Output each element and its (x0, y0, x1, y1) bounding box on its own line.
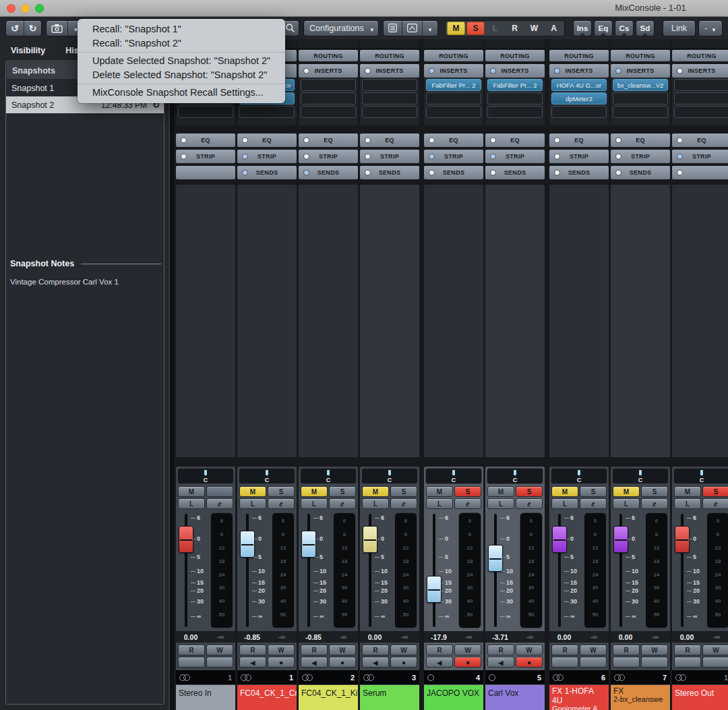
monitor-button[interactable] (674, 657, 701, 668)
link-mode-dropdown[interactable]: - (698, 20, 723, 36)
eq-led[interactable] (303, 138, 309, 144)
eq-header[interactable]: EQ (611, 134, 670, 147)
strip-header[interactable]: STRIP (424, 150, 483, 163)
fader-cap[interactable] (552, 526, 567, 553)
insert-slot[interactable] (301, 106, 356, 118)
insert-slot[interactable] (426, 92, 481, 105)
insert-slot[interactable] (551, 106, 607, 118)
mute-button[interactable]: M (178, 486, 205, 497)
insert-slot[interactable] (362, 106, 417, 118)
sends-led[interactable] (554, 170, 560, 176)
strip-header[interactable]: STRIP (672, 150, 728, 163)
fader-value[interactable]: -0.85 (299, 633, 328, 641)
channel-name[interactable]: FC04_CK_1_Ki (299, 685, 358, 710)
insert-slot[interactable] (487, 106, 543, 118)
rack-tab-sd[interactable]: Sd (636, 20, 655, 36)
zoom-button[interactable] (35, 4, 44, 13)
sends-header[interactable] (672, 166, 728, 179)
edit-channel-button[interactable]: e (206, 498, 233, 509)
write-automation-button[interactable]: W (206, 645, 233, 655)
pan-control[interactable]: C (487, 468, 543, 484)
fader-cap[interactable] (179, 526, 193, 553)
toolbar-s-button[interactable]: S (466, 22, 485, 35)
fader-value[interactable]: -17.9 (424, 633, 454, 641)
pan-control[interactable]: C (361, 468, 418, 484)
monitor-button[interactable] (301, 657, 328, 668)
read-automation-button[interactable]: R (613, 645, 640, 655)
edit-channel-button[interactable]: e (702, 498, 728, 509)
sends-header[interactable]: SENDS (237, 166, 297, 179)
strip-header[interactable]: STRIP (611, 150, 670, 163)
routing-header[interactable]: ROUTING (299, 50, 358, 61)
fader-cap[interactable] (488, 545, 503, 572)
insert-slot[interactable] (362, 79, 417, 91)
snapshot-camera-button[interactable] (47, 21, 68, 36)
pan-control[interactable]: C (673, 468, 728, 484)
routing-header[interactable]: ROUTING (424, 50, 483, 61)
write-automation-button[interactable]: W (516, 645, 543, 655)
eq-header[interactable]: EQ (237, 134, 297, 147)
meter-peak-value[interactable]: -∞ (206, 633, 235, 641)
eq-header[interactable]: EQ (424, 134, 483, 147)
sends-header[interactable]: SENDS (299, 166, 358, 179)
sends-led[interactable] (615, 170, 621, 176)
eq-header[interactable]: EQ (672, 134, 728, 147)
record-enable-button[interactable] (454, 657, 481, 668)
tab-visibility[interactable]: Visibility (11, 46, 45, 55)
listen-button[interactable]: L (551, 498, 578, 509)
menu-item[interactable]: Recall: "Snapshot 1" (78, 22, 285, 36)
routing-header[interactable]: ROUTING (549, 50, 609, 61)
inserts-led[interactable] (490, 68, 496, 74)
listen-button[interactable]: L (426, 498, 453, 509)
solo-button[interactable]: S (268, 486, 295, 497)
read-automation-button[interactable]: R (487, 645, 514, 655)
eq-header[interactable]: EQ (549, 134, 609, 147)
edit-channel-button[interactable]: e (641, 498, 668, 509)
write-automation-button[interactable]: W (268, 645, 295, 655)
insert-slot[interactable] (301, 92, 356, 105)
window-layout-button[interactable] (402, 21, 423, 36)
solo-button[interactable]: S (580, 486, 607, 497)
record-enable-button[interactable] (268, 657, 295, 668)
fader-cap[interactable] (240, 531, 255, 558)
insert-slot[interactable] (362, 92, 417, 105)
strip-led[interactable] (303, 154, 309, 160)
record-enable-button[interactable] (329, 657, 356, 668)
menu-item[interactable]: Recall: "Snapshot 2" (78, 36, 285, 51)
write-automation-button[interactable]: W (454, 645, 481, 655)
listen-button[interactable]: L (178, 498, 205, 509)
eq-led[interactable] (490, 138, 496, 144)
strip-led[interactable] (181, 154, 187, 160)
meter-peak-value[interactable]: -∞ (702, 633, 728, 641)
monitor-button[interactable] (613, 657, 640, 668)
listen-button[interactable]: L (301, 498, 328, 509)
pan-control[interactable]: C (239, 468, 295, 484)
fader-value[interactable]: 0.00 (611, 633, 640, 641)
menu-item[interactable]: Delete Selected Snapshot: "Snapshot 2" (78, 68, 285, 82)
sends-led[interactable] (365, 170, 371, 176)
minimize-button[interactable] (21, 4, 30, 13)
channel-name[interactable]: JACOPO VOX (424, 685, 483, 710)
inserts-header[interactable]: INSERTS (360, 64, 419, 78)
inserts-header[interactable]: INSERTS (549, 64, 609, 78)
monitor-button[interactable] (487, 657, 514, 668)
edit-channel-button[interactable]: e (329, 498, 356, 509)
fader-cap[interactable] (613, 526, 628, 553)
strip-led[interactable] (365, 154, 371, 160)
listen-button[interactable]: L (362, 498, 389, 509)
eq-led[interactable] (429, 138, 435, 144)
toolbar-m-button[interactable]: M (447, 22, 465, 35)
routing-header[interactable]: ROUTING (485, 50, 545, 61)
record-enable-button[interactable] (516, 657, 543, 668)
undo-button[interactable] (6, 21, 24, 36)
sends-led[interactable] (677, 170, 683, 176)
inserts-header[interactable]: INSERTS (485, 64, 545, 78)
fader-value[interactable]: -0.85 (237, 633, 267, 641)
pan-control[interactable]: C (425, 468, 482, 484)
mute-button[interactable]: M (487, 486, 514, 497)
redo-button[interactable] (24, 21, 42, 36)
inserts-header[interactable]: INSERTS (424, 64, 483, 78)
read-automation-button[interactable]: R (362, 645, 389, 655)
mute-button[interactable]: M (239, 486, 266, 497)
fader-cap[interactable] (427, 576, 442, 603)
